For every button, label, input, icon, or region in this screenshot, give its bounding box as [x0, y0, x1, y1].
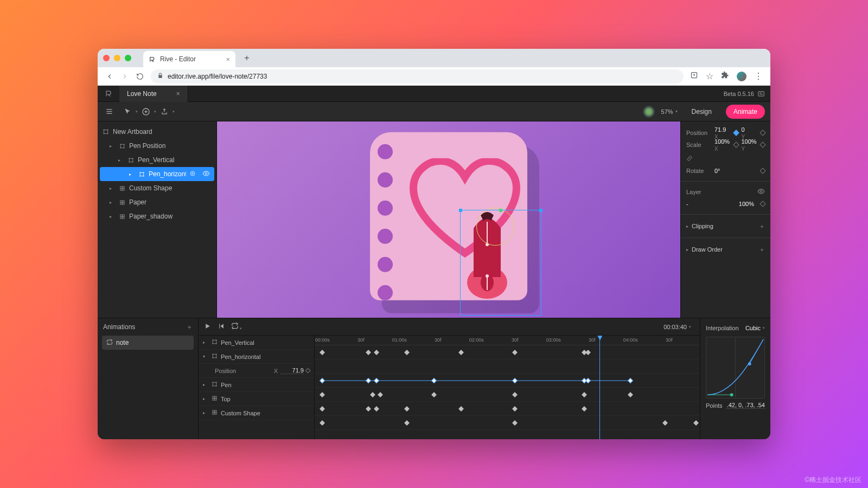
add-draworder-icon[interactable]: ＋ [759, 246, 765, 254]
export-tool-icon[interactable]: ▾ [158, 106, 170, 118]
keyframe[interactable] [458, 350, 464, 355]
keyframe[interactable] [628, 392, 633, 397]
hierarchy-item[interactable]: ▸Pen_Vertical [98, 153, 216, 167]
keyframe[interactable] [374, 378, 379, 383]
keyframe[interactable] [320, 406, 325, 412]
keyframe[interactable] [458, 406, 464, 412]
play-button[interactable] [204, 322, 211, 332]
keyframe[interactable] [693, 420, 699, 426]
traffic-close[interactable] [103, 55, 110, 61]
track-row[interactable]: ▸Custom Shape [199, 406, 314, 420]
animation-item[interactable]: note [102, 336, 194, 350]
curve-editor[interactable] [706, 337, 765, 399]
keyframe[interactable] [431, 392, 437, 397]
selection-box[interactable] [460, 210, 541, 316]
traffic-max[interactable] [125, 55, 131, 61]
track-row[interactable]: ▾Pen_horizontal [199, 350, 314, 364]
keyframe-diamond-icon[interactable] [305, 368, 311, 374]
timecode[interactable]: 00:03:40▾ [663, 324, 691, 330]
keyframe[interactable] [582, 406, 587, 412]
expand-arrow-icon[interactable]: ▸ [129, 172, 135, 177]
keyframe[interactable] [512, 378, 518, 383]
browser-tab[interactable]: Rive - Editor × [143, 51, 235, 67]
keyframe[interactable] [366, 406, 371, 412]
select-tool-icon[interactable]: ▾ [122, 106, 133, 118]
keyframe[interactable] [366, 350, 371, 355]
file-tab-close-icon[interactable]: × [176, 90, 180, 98]
tab-close-icon[interactable]: × [226, 55, 230, 63]
chrome-menu-icon[interactable]: ⋮ [754, 71, 763, 81]
track-lane[interactable] [315, 402, 700, 416]
expand-arrow-icon[interactable]: ▸ [203, 340, 208, 345]
back-button[interactable] [105, 72, 114, 81]
interpolation-type-dropdown[interactable]: Cubic▾ [745, 325, 765, 331]
hierarchy-item[interactable]: ▸Pen_horizontal [100, 167, 214, 181]
keyframe[interactable] [378, 392, 383, 397]
position-x-input[interactable]: 71.9 [714, 126, 731, 133]
keyframe[interactable] [374, 406, 379, 412]
clipping-section[interactable]: ▸Clipping＋ [686, 219, 765, 233]
canvas[interactable] [217, 121, 680, 318]
hierarchy-item[interactable]: ▸Paper_shadow [98, 209, 216, 223]
keyframe-diamond-icon[interactable] [733, 130, 739, 136]
track-row[interactable]: ▸Top [199, 392, 314, 406]
profile-avatar[interactable] [737, 72, 746, 81]
keyframe-diamond-icon[interactable] [760, 142, 765, 147]
keyframe-diamond-icon[interactable] [760, 130, 765, 136]
keyframe[interactable] [404, 406, 410, 412]
keyframe[interactable] [320, 350, 325, 355]
design-mode-button[interactable]: Design [684, 105, 719, 119]
keyframe-diamond-icon[interactable] [760, 168, 765, 174]
keyframe[interactable] [512, 350, 518, 355]
layer-value[interactable]: - [686, 201, 688, 207]
expand-arrow-icon[interactable]: ▸ [110, 214, 115, 219]
hierarchy-item[interactable]: ▸Paper [98, 195, 216, 209]
position-y-input[interactable]: 0 [742, 126, 758, 133]
new-tab-button[interactable]: + [240, 51, 254, 65]
visibility-icon[interactable] [202, 170, 210, 179]
expand-arrow-icon[interactable]: ▸ [110, 144, 115, 149]
keyframe[interactable] [320, 378, 325, 383]
traffic-min[interactable] [114, 55, 120, 61]
keyframe[interactable] [320, 392, 325, 397]
layer-opacity-input[interactable]: 100% [739, 201, 754, 207]
keyframe[interactable] [512, 420, 518, 426]
track-area[interactable]: 00:00s30f01:00s30f02:00s30f03:00s30f04:0… [315, 336, 700, 439]
keyframe[interactable] [374, 350, 379, 355]
animate-mode-button[interactable]: Animate [726, 105, 765, 119]
expand-arrow-icon[interactable]: ▸ [203, 382, 208, 387]
new-artboard-row[interactable]: New Artboard [98, 125, 216, 139]
extensions-icon[interactable] [721, 71, 729, 81]
url-input[interactable]: editor.rive.app/file/love-note/27733 [151, 69, 684, 84]
home-button[interactable] [98, 89, 119, 98]
keyframe-diamond-icon[interactable] [760, 201, 765, 207]
rotate-input[interactable]: 0° [714, 168, 720, 174]
expand-arrow-icon[interactable]: ▸ [203, 410, 208, 415]
track-lane[interactable] [315, 345, 700, 359]
track-lane[interactable] [315, 416, 700, 430]
visibility-icon[interactable] [757, 188, 765, 196]
install-icon[interactable] [690, 71, 698, 81]
track-row[interactable]: PositionX [199, 364, 314, 378]
track-row[interactable]: ▸Pen [199, 378, 314, 392]
track-lane[interactable] [315, 388, 700, 402]
track-lane[interactable] [315, 359, 700, 374]
keyframe[interactable] [628, 378, 633, 383]
add-animation-button[interactable]: ＋ [186, 323, 193, 332]
keyframe[interactable] [320, 420, 325, 426]
expand-arrow-icon[interactable]: ▸ [110, 186, 115, 191]
keyframe[interactable] [582, 392, 587, 397]
keyframe[interactable] [366, 378, 371, 383]
link-icon[interactable] [686, 155, 694, 163]
keyframe[interactable] [585, 378, 591, 383]
points-input[interactable]: .42, 0, .73, .54 [726, 402, 765, 409]
keyframe[interactable] [370, 392, 375, 397]
target-icon[interactable] [189, 170, 196, 178]
keyframe[interactable] [404, 350, 410, 355]
expand-arrow-icon[interactable]: ▾ [203, 354, 208, 359]
keyframe[interactable] [431, 378, 437, 383]
expand-arrow-icon[interactable]: ▸ [118, 158, 124, 163]
expand-arrow-icon[interactable]: ▸ [110, 200, 115, 205]
add-tool-icon[interactable]: ▾ [140, 106, 152, 118]
keyframe[interactable] [512, 406, 518, 412]
